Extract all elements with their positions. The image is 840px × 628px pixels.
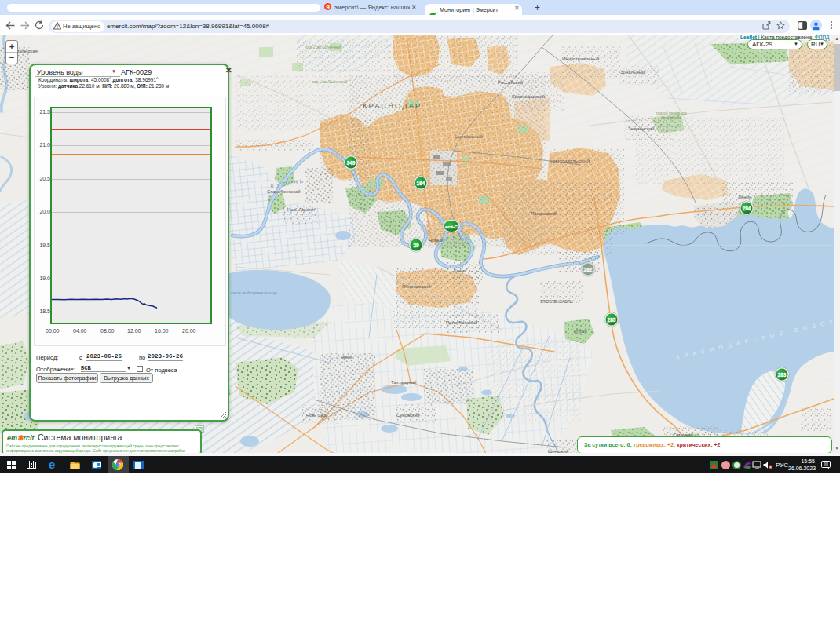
svg-text:Старобжегокай: Старобжегокай — [267, 189, 301, 194]
svg-text:КРАСНОДАР: КРАСНОДАР — [363, 101, 422, 110]
svg-text:Энем: Энем — [341, 355, 352, 360]
svg-text:ское водохранилище: ское водохранилище — [231, 290, 277, 295]
svg-text:Тугургой: Тугургой — [573, 329, 587, 334]
svg-text:Нов. Адыгея: Нов. Адыгея — [287, 207, 315, 212]
svg-text:283: 283 — [778, 372, 787, 378]
svg-text:КОМСОМОЛЬСКИЙ: КОМСОМОЛЬСКИЙ — [550, 159, 590, 164]
svg-text:Нов. Сад: Нов. Сад — [306, 413, 327, 418]
svg-text:биофабрики: биофабрики — [661, 116, 681, 120]
svg-text:Тахтамукай: Тахтамукай — [391, 380, 416, 385]
svg-text:Козет: Козет — [454, 268, 466, 273]
svg-text:285: 285 — [608, 317, 616, 323]
svg-text:Индустриальный: Индустриальный — [562, 57, 599, 61]
svg-text:ест-С: ест-С — [445, 225, 458, 229]
svg-text:284: 284 — [743, 206, 751, 211]
svg-text:Знаменский: Знаменский — [628, 126, 654, 131]
svg-text:Ленин: Ленин — [738, 195, 751, 199]
svg-text:Краснодарский: Краснодарский — [512, 94, 545, 99]
svg-text:Суповский: Суповский — [396, 413, 419, 418]
svg-text:349: 349 — [347, 160, 356, 166]
svg-text:Новый: Новый — [429, 238, 444, 243]
svg-text:Российский: Российский — [498, 80, 523, 85]
svg-text:164: 164 — [417, 181, 425, 186]
svg-text:подсоб произв хоз: подсоб произв хоз — [656, 111, 686, 115]
svg-text:отд-3 свх Солнечный: отд-3 свх Солнечный — [306, 45, 341, 49]
svg-text:Яблоновский: Яблоновский — [402, 284, 431, 289]
svg-text:ТЛЮСТЕНХАБЛЬ: ТЛЮСТЕНХАБЛЬ — [540, 299, 573, 304]
svg-text:Центральный: Центральный — [455, 134, 483, 139]
svg-text:отд-1 свх Солнечный: отд-1 свх Солнечный — [312, 79, 348, 84]
svg-text:Прикубанский: Прикубанский — [446, 320, 477, 325]
svg-text:29: 29 — [413, 243, 419, 248]
svg-text:Зональный: Зональный — [620, 70, 645, 75]
svg-text:Пашковский: Пашковский — [531, 211, 557, 216]
svg-text:282: 282 — [584, 267, 593, 272]
